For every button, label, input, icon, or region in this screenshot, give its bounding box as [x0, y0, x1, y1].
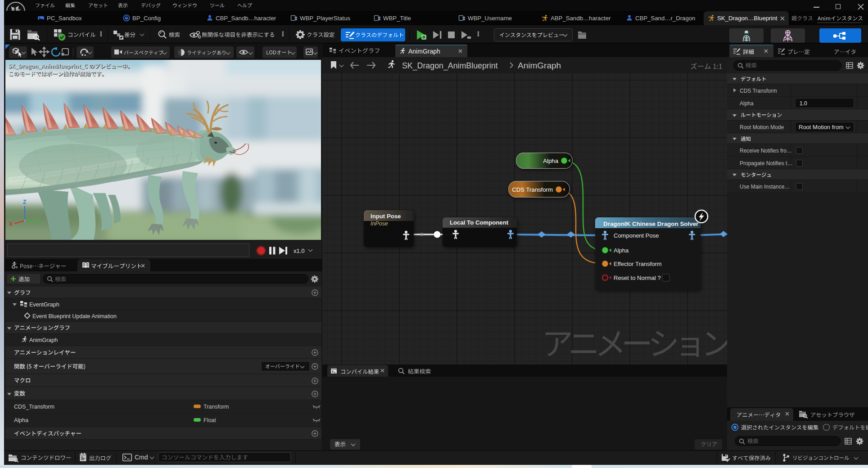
svg-text:x1.0: x1.0: [294, 248, 305, 254]
svg-text:DragonIK Chinese Dragon Solver: DragonIK Chinese Dragon Solver: [603, 220, 699, 227]
svg-text:Alpha: Alpha: [543, 158, 558, 164]
svg-text:CDS Transform: CDS Transform: [512, 186, 553, 193]
svg-text:Alpha: Alpha: [614, 247, 629, 254]
svg-text:X: X: [9, 221, 13, 227]
svg-text:InPose: InPose: [371, 220, 388, 227]
svg-text:Effector Transform: Effector Transform: [614, 261, 662, 267]
svg-text:Local To Component: Local To Component: [450, 219, 509, 226]
svg-text:Component Pose: Component Pose: [614, 232, 659, 239]
svg-text:Reset to Normal ?: Reset to Normal ?: [614, 274, 661, 281]
svg-text:Z: Z: [23, 199, 26, 205]
svg-text:Input Pose: Input Pose: [371, 213, 401, 220]
svg-text:Y: Y: [37, 219, 41, 225]
